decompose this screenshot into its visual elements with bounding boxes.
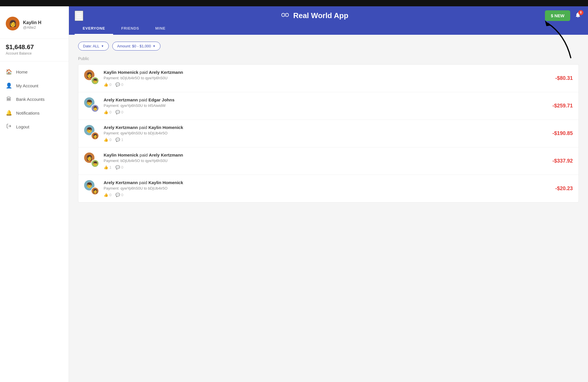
sidebar-item-home-label: Home [16,70,28,74]
txn-desc-4: Kaylin Homenick paid Arely Kertzmann [104,153,548,157]
section-label: Public [78,56,579,61]
txn-receiver-2: Edgar Johns [148,97,175,102]
txn-payment-ref-2: Payment: qywYp6hS0U to t45AiwidW [104,103,548,108]
txn-actions-3: 👍 0 💬 1 [104,138,548,142]
txn-desc-5: Arely Kertzmann paid Kaylin Homenick [104,180,551,185]
txn-body-4: Kaylin Homenick paid Arely Kertzmann Pay… [104,153,548,169]
txn-amount-1: -$80.31 [555,75,573,81]
app-logo [280,11,290,20]
date-filter-label: Date: ALL [83,44,99,48]
txn-sender-5: Arely Kertzmann [104,180,138,185]
main-content: ☰ Real World App $ NEW [69,6,588,382]
like-button-2[interactable]: 👍 0 [104,110,111,114]
new-button-label: $ NEW [551,13,564,18]
txn-payment-ref-4: Payment: bDjUb4ir5O to qywYp6hS0U [104,159,548,163]
comment-button-1[interactable]: 💬 0 [115,82,123,87]
tab-everyone[interactable]: EVERYONE [75,23,113,35]
bank-icon: 🏛 [6,96,12,102]
txn-avatar-4: 👩 👦 [84,153,99,167]
sidebar-item-my-account[interactable]: 👤 My Account [0,79,69,92]
header-tabs: EVERYONE FRIENDS MINE [75,23,582,35]
txn-body-3: Arely Kertzmann paid Kaylin Homenick Pay… [104,125,548,142]
txn-desc-2: Arely Kertzmann paid Edgar Johns [104,97,548,102]
txn-payment-ref-1: Payment: bDjUb4ir5O to qywYp6hS0U [104,76,551,80]
table-row: 👦 👨 Arely Kertzmann paid Edgar Johns Pay… [78,92,579,120]
txn-receiver-4: Arely Kertzmann [149,153,183,157]
avatar: 👩 [6,17,20,30]
sidebar-item-notifications[interactable]: 🔔 Notifications [0,106,69,120]
user-section: 👩 Kaylin H @Allie2 [0,12,69,39]
txn-receiver-5: Kaylin Homenick [148,180,183,185]
new-transaction-button[interactable]: $ NEW [545,10,570,21]
txn-receiver-3: Kaylin Homenick [148,125,183,130]
table-row: 👩 👦 Kaylin Homenick paid Arely Kertzmann… [78,147,579,175]
app-header: ☰ Real World App $ NEW [69,6,588,35]
txn-body-5: Arely Kertzmann paid Kaylin Homenick Pay… [104,180,551,197]
sidebar-item-bank-accounts[interactable]: 🏛 Bank Accounts [0,92,69,106]
notification-badge: 8 [578,10,583,15]
comment-button-4[interactable]: 💬 0 [115,165,123,169]
feed-area: Date: ALL ▼ Amount: $0 - $1,000 ▼ Public… [69,35,588,382]
amount-filter-button[interactable]: Amount: $0 - $1,000 ▼ [112,42,160,51]
logout-icon [6,124,12,130]
nav-menu: 🏠 Home 👤 My Account 🏛 Bank Accounts 🔔 No… [0,61,69,137]
balance-amount: $1,648.67 [6,43,63,51]
user-icon: 👤 [6,82,12,89]
app-title-container: Real World App [280,11,348,20]
tab-friends[interactable]: FRIENDS [113,23,147,35]
txn-actions-5: 👍 0 💬 0 [104,193,551,197]
txn-avatar-5: 👦 👩 [84,180,99,195]
user-handle: @Allie2 [23,25,41,30]
like-button-3[interactable]: 👍 0 [104,138,111,142]
receiver-avatar: 👨 [91,104,99,112]
like-button-4[interactable]: 👍 1 [104,165,111,169]
home-icon: 🏠 [6,69,12,75]
sidebar-item-home[interactable]: 🏠 Home [0,65,69,79]
sidebar-item-bank-accounts-label: Bank Accounts [16,97,45,102]
sidebar: 👩 Kaylin H @Allie2 $1,648.67 Account Bal… [0,6,69,382]
txn-amount-5: -$20.23 [555,186,573,192]
bell-icon: 🔔 [6,110,12,116]
txn-sender-4: Kaylin Homenick [104,153,138,157]
table-row: 👦 👩 Arely Kertzmann paid Kaylin Homenick… [78,120,579,147]
receiver-avatar: 👦 [91,159,99,167]
txn-body-2: Arely Kertzmann paid Edgar Johns Payment… [104,97,548,114]
amount-filter-caret: ▼ [153,45,156,48]
header-actions: $ NEW 8 [545,10,582,21]
top-bar [0,0,588,6]
txn-amount-3: -$190.85 [552,130,573,136]
txn-sender-1: Kaylin Homenick [104,70,138,75]
comment-button-5[interactable]: 💬 0 [115,193,123,197]
txn-body-1: Kaylin Homenick paid Arely Kertzmann Pay… [104,70,551,87]
txn-actions-4: 👍 1 💬 0 [104,165,548,169]
sidebar-item-my-account-label: My Account [16,83,38,88]
tab-mine[interactable]: MINE [147,23,174,35]
transaction-list: 👩 👦 Kaylin Homenick paid Arely Kertzmann… [78,64,579,202]
txn-payment-ref-5: Payment: qywYp6hS0U to bDjUb4ir5O [104,186,551,190]
receiver-avatar: 👩 [91,132,99,140]
hamburger-button[interactable]: ☰ [75,11,83,21]
sidebar-item-logout[interactable]: Logout [0,120,69,134]
receiver-avatar: 👩 [91,187,99,195]
table-row: 👦 👩 Arely Kertzmann paid Kaylin Homenick… [78,175,579,202]
txn-payment-ref-3: Payment: qywYp6hS0U to bDjUb4ir5O [104,131,548,135]
sidebar-item-notifications-label: Notifications [16,111,40,115]
date-filter-button[interactable]: Date: ALL ▼ [78,42,109,51]
comment-button-2[interactable]: 💬 0 [115,110,123,114]
txn-avatar-2: 👦 👨 [84,97,99,112]
app-title: Real World App [293,11,348,20]
like-button-1[interactable]: 👍 0 [104,82,111,87]
amount-filter-label: Amount: $0 - $1,000 [117,44,151,48]
txn-sender-3: Arely Kertzmann [104,125,138,130]
comment-button-3[interactable]: 💬 1 [115,138,123,142]
balance-label: Account Balance [6,51,63,55]
sidebar-item-logout-label: Logout [16,124,29,129]
notification-button[interactable]: 8 [574,11,582,21]
txn-amount-2: -$259.71 [552,103,573,109]
txn-actions-1: 👍 0 💬 0 [104,82,551,87]
balance-section: $1,648.67 Account Balance [0,39,69,61]
txn-amount-4: -$337.92 [552,158,573,164]
receiver-avatar: 👦 [91,77,99,85]
txn-avatar-1: 👩 👦 [84,70,99,85]
like-button-5[interactable]: 👍 0 [104,193,111,197]
